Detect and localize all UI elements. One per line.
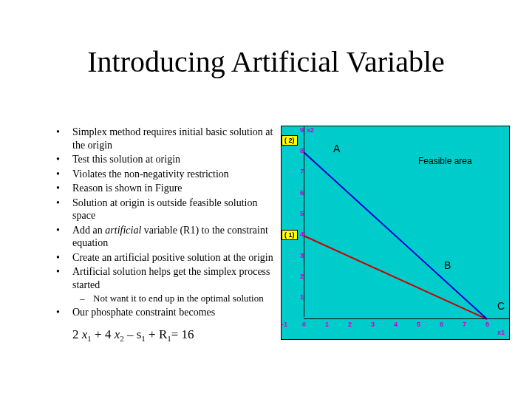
eq-part: 2 <box>72 327 82 341</box>
text-column: Simplex method requires initial basic so… <box>52 126 273 344</box>
eq-part: – s <box>124 327 142 341</box>
bullet-text: Add an <box>72 225 105 236</box>
constraint-2-label: ( 2) <box>282 135 298 146</box>
bullet-list: Simplex method requires initial basic so… <box>52 126 273 319</box>
point-B-label: B <box>444 259 451 271</box>
x-tick: 1 <box>325 321 329 328</box>
bullet-item: Test this solution at origin <box>52 153 273 166</box>
point-A-label: A <box>333 143 340 154</box>
x-tick: 5 <box>417 321 420 328</box>
x-tick: 3 <box>371 321 375 328</box>
bullet-text: Reason is shown in Figure <box>72 183 183 194</box>
x-axis-label: x1 <box>497 329 505 336</box>
constraint-line-1 <box>304 235 488 320</box>
y-tick: 5 <box>296 210 304 217</box>
y-axis-label: x2 <box>307 126 314 134</box>
y-tick: 7 <box>296 168 304 175</box>
slide: Introducing Artificial Variable Simplex … <box>0 0 532 399</box>
bullet-text: Not want it to end up in the optimal sol… <box>93 293 264 304</box>
bullet-text: Test this solution at origin <box>72 154 180 165</box>
x-tick: 0 <box>302 321 306 328</box>
x-tick: -1 <box>282 321 287 328</box>
body-row: Simplex method requires initial basic so… <box>52 126 510 344</box>
bullet-item: Reason is shown in Figure <box>52 182 273 195</box>
sub-bullet-item: Not want it to end up in the optimal sol… <box>72 293 273 304</box>
x-tick: 4 <box>394 321 398 328</box>
sub-bullet-list: Not want it to end up in the optimal sol… <box>72 293 273 304</box>
bullet-text: Violates the non-negativity restriction <box>72 168 229 180</box>
bullet-item: Simplex method requires initial basic so… <box>52 126 273 151</box>
x-tick: 2 <box>348 321 352 328</box>
x-tick: 8 <box>485 321 489 328</box>
y-tick: 9 <box>296 126 304 134</box>
slide-title: Introducing Artificial Variable <box>0 44 532 79</box>
bullet-text: Simplex method requires initial basic so… <box>72 126 273 151</box>
x-tick: 7 <box>463 321 466 328</box>
y-axis <box>304 126 304 317</box>
bullet-text: Solution at origin is outside feasible s… <box>72 197 257 222</box>
constraint-1-label: ( 1) <box>282 230 298 240</box>
bullet-text: Create an artificial positive solution a… <box>72 252 273 263</box>
y-tick: 8 <box>296 147 304 154</box>
y-tick: 4 <box>296 231 304 238</box>
y-tick: 3 <box>296 252 304 259</box>
bullet-item: Our phosphate constraint becomes <box>52 306 273 319</box>
bullet-item: Violates the non-negativity restriction <box>52 168 273 181</box>
bullet-item: Solution at origin is outside feasible s… <box>52 197 273 222</box>
bullet-item: Artificial solution helps get the simple… <box>52 265 273 304</box>
eq-part: + 4 <box>92 327 115 341</box>
equation: 2 x1 + 4 x2 – s1 + R1= 16 <box>52 327 273 344</box>
bullet-text: Our phosphate constraint becomes <box>72 307 215 318</box>
eq-part: + R <box>146 327 167 341</box>
chart: 1 2 3 4 5 6 7 8 9 -1 0 1 2 3 4 5 6 7 8 x… <box>281 126 510 340</box>
bullet-text-emph: artificial <box>105 225 141 236</box>
bullet-item: Add an artificial variable (R1) to the c… <box>52 224 273 250</box>
x-tick: 6 <box>440 321 443 328</box>
y-tick: 1 <box>296 293 304 301</box>
constraint-line-2 <box>303 151 487 319</box>
x-axis <box>304 318 509 319</box>
y-tick: 6 <box>296 189 304 197</box>
bullet-item: Create an artificial positive solution a… <box>52 251 273 265</box>
bullet-text: Artificial solution helps get the simple… <box>72 266 270 290</box>
point-C-label: C <box>497 300 505 312</box>
y-tick: 2 <box>296 273 304 280</box>
feasible-area-label: Feasible area <box>418 156 472 166</box>
eq-part: = 16 <box>171 327 194 341</box>
